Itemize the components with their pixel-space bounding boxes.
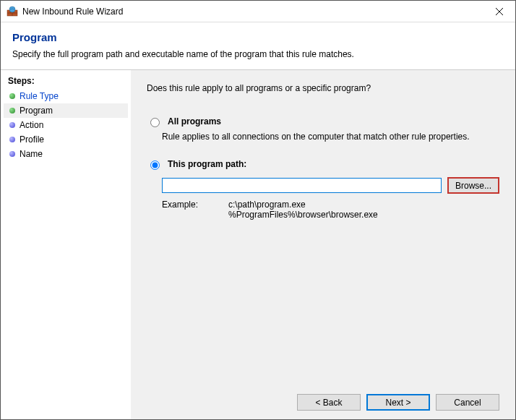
cancel-button[interactable]: Cancel — [436, 394, 499, 411]
step-bullet-icon — [9, 137, 15, 142]
steps-sidebar: Steps: Rule Type Program Action Profile … — [1, 70, 131, 419]
step-bullet-icon — [9, 151, 15, 157]
step-action[interactable]: Action — [4, 118, 128, 132]
question-text: Does this rule apply to all programs or … — [147, 83, 499, 93]
example-row: Example: c:\path\program.exe %ProgramFil… — [162, 200, 499, 220]
firewall-icon — [7, 6, 18, 17]
step-profile[interactable]: Profile — [4, 132, 128, 147]
option-this-program-path-label: This program path: — [168, 159, 246, 169]
back-button[interactable]: < Back — [297, 394, 361, 411]
step-bullet-icon — [9, 93, 15, 99]
step-label: Action — [20, 120, 43, 130]
step-rule-type[interactable]: Rule Type — [4, 89, 128, 103]
browse-button[interactable]: Browse... — [447, 177, 499, 194]
step-label: Name — [20, 149, 43, 159]
step-bullet-icon — [9, 122, 15, 128]
page-subtitle: Specify the full program path and execut… — [12, 49, 504, 59]
step-program[interactable]: Program — [4, 103, 128, 118]
titlebar: New Inbound Rule Wizard — [1, 1, 515, 22]
example-label: Example: — [162, 200, 205, 220]
option-all-programs-desc: Rule applies to all connections on the c… — [162, 132, 499, 142]
main-panel: Does this rule apply to all programs or … — [131, 70, 515, 419]
radio-this-program-path[interactable] — [150, 160, 160, 170]
close-button[interactable] — [483, 1, 515, 22]
example-paths: c:\path\program.exe %ProgramFiles%\brows… — [228, 200, 378, 220]
wizard-footer: < Back Next > Cancel — [147, 384, 499, 411]
step-label: Program — [20, 106, 53, 116]
radio-all-programs[interactable] — [150, 118, 160, 127]
next-button[interactable]: Next > — [366, 394, 430, 411]
option-all-programs-label: All programs — [168, 116, 221, 127]
program-path-row: Browse... — [162, 177, 499, 194]
wizard-header: Program Specify the full program path an… — [1, 22, 515, 69]
step-label[interactable]: Rule Type — [20, 91, 59, 101]
wizard-body: Steps: Rule Type Program Action Profile … — [1, 69, 515, 419]
wizard-window: New Inbound Rule Wizard Program Specify … — [0, 0, 516, 420]
page-title: Program — [12, 31, 504, 43]
window-title: New Inbound Rule Wizard — [22, 7, 483, 17]
steps-heading: Steps: — [4, 74, 128, 89]
option-all-programs[interactable]: All programs — [147, 116, 499, 127]
step-label: Profile — [20, 134, 44, 145]
option-this-program-path[interactable]: This program path: — [147, 159, 499, 170]
step-bullet-icon — [9, 108, 15, 113]
step-name[interactable]: Name — [4, 147, 128, 161]
program-path-input[interactable] — [162, 178, 442, 193]
